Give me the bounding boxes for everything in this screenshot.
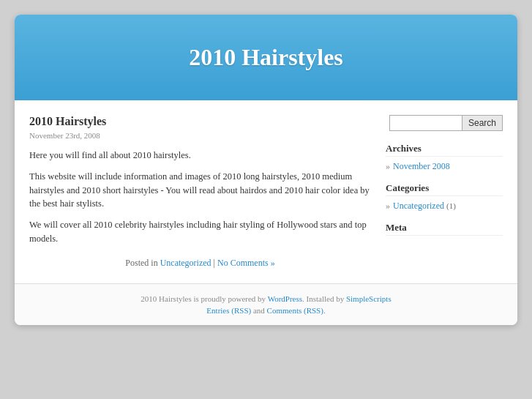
site-title: 2010 Hairstyles <box>29 44 503 71</box>
site-header: 2010 Hairstyles <box>15 15 517 100</box>
categories-section: Categories Uncategorized (1) <box>386 182 503 212</box>
search-form: Search <box>386 115 503 131</box>
categories-list: Uncategorized (1) <box>386 201 503 212</box>
posted-in-label: Posted in <box>125 258 157 268</box>
post-paragraph-1: Here you will find all about 2010 hairst… <box>29 149 371 163</box>
category-count: (1) <box>446 201 456 210</box>
category-link[interactable]: Uncategorized <box>160 258 211 268</box>
post: 2010 Hairstyles November 23rd, 2008 Here… <box>29 115 371 269</box>
site-footer: 2010 Hairstyles is proudly powered by Wo… <box>15 283 517 325</box>
post-date: November 23rd, 2008 <box>29 131 371 140</box>
meta-title: Meta <box>386 222 503 236</box>
category-sidebar-link[interactable]: Uncategorized <box>393 201 444 211</box>
post-title: 2010 Hairstyles <box>29 115 371 128</box>
search-input[interactable] <box>389 115 462 131</box>
footer-links: Entries (RSS) and Comments (RSS). <box>25 306 507 315</box>
post-paragraph-3: We will cover all 2010 celebrity hairsty… <box>29 218 371 246</box>
post-footer: Posted in Uncategorized | No Comments » <box>29 258 371 269</box>
archive-link[interactable]: November 2008 <box>393 161 450 171</box>
archives-list: November 2008 <box>386 161 503 172</box>
post-body: Here you will find all about 2010 hairst… <box>29 149 371 246</box>
archives-section: Archives November 2008 <box>386 143 503 172</box>
comments-link[interactable]: No Comments » <box>217 258 275 268</box>
search-button[interactable]: Search <box>462 115 503 131</box>
footer-credit: 2010 Hairstyles is proudly powered by Wo… <box>25 294 507 303</box>
post-paragraph-2: This website will include information an… <box>29 170 371 211</box>
categories-title: Categories <box>386 182 503 196</box>
list-item: Uncategorized (1) <box>386 201 503 212</box>
sidebar: Search Archives November 2008 Categories… <box>386 115 503 269</box>
footer-period: . <box>323 306 326 315</box>
simplescripts-link[interactable]: SimpleScripts <box>346 294 391 303</box>
separator: | <box>214 258 215 268</box>
archives-title: Archives <box>386 143 503 157</box>
page-wrapper: 2010 Hairstyles 2010 Hairstyles November… <box>15 15 517 325</box>
main-content: 2010 Hairstyles November 23rd, 2008 Here… <box>29 115 371 269</box>
content-area: 2010 Hairstyles November 23rd, 2008 Here… <box>15 100 517 283</box>
comments-rss-link[interactable]: Comments (RSS) <box>267 306 323 315</box>
entries-rss-link[interactable]: Entries (RSS) <box>206 306 251 315</box>
footer-and: and <box>253 306 265 315</box>
meta-section: Meta <box>386 222 503 236</box>
list-item: November 2008 <box>386 161 503 172</box>
wordpress-link[interactable]: WordPress <box>268 294 302 303</box>
footer-text-before: 2010 Hairstyles is proudly powered by <box>141 294 266 303</box>
footer-text-after: . Installed by <box>302 294 344 303</box>
